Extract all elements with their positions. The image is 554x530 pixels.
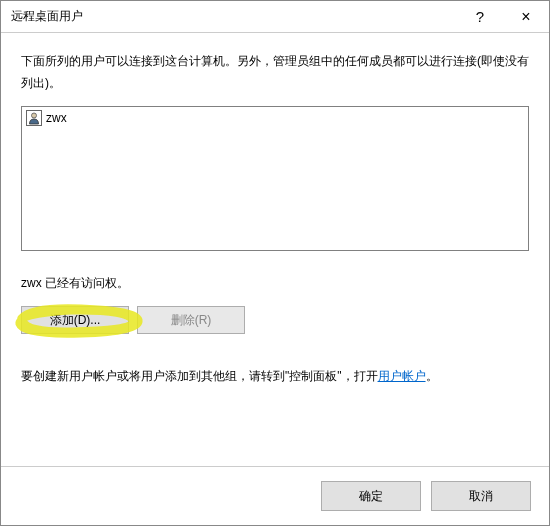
description-text: 下面所列的用户可以连接到这台计算机。另外，管理员组中的任何成员都可以进行连接(即… xyxy=(21,51,529,94)
link-suffix: 。 xyxy=(426,369,438,383)
cancel-button-label: 取消 xyxy=(469,489,493,503)
help-icon: ? xyxy=(476,8,484,25)
users-listbox[interactable]: zwx xyxy=(21,106,529,251)
remove-button-label: 删除(R) xyxy=(171,313,212,327)
window-title: 远程桌面用户 xyxy=(11,8,457,25)
dialog-content: 下面所列的用户可以连接到这台计算机。另外，管理员组中的任何成员都可以进行连接(即… xyxy=(1,33,549,466)
access-status-text: zwx 已经有访问权。 xyxy=(21,275,529,292)
help-text: 要创建新用户帐户或将用户添加到其他组，请转到"控制面板"，打开用户帐户。 xyxy=(21,366,529,388)
remove-button[interactable]: 删除(R) xyxy=(137,306,245,334)
help-button[interactable]: ? xyxy=(457,1,503,33)
list-item[interactable]: zwx xyxy=(24,109,526,127)
dialog-footer: 确定 取消 xyxy=(1,466,549,525)
close-button[interactable]: × xyxy=(503,1,549,33)
remote-desktop-users-dialog: 远程桌面用户 ? × 下面所列的用户可以连接到这台计算机。另外，管理员组中的任何… xyxy=(0,0,550,526)
link-prefix: 要创建新用户帐户或将用户添加到其他组，请转到"控制面板"，打开 xyxy=(21,369,378,383)
user-accounts-link[interactable]: 用户帐户 xyxy=(378,369,426,383)
add-button[interactable]: 添加(D)... xyxy=(21,306,129,334)
close-icon: × xyxy=(521,8,530,26)
svg-point-0 xyxy=(32,113,37,118)
ok-button-label: 确定 xyxy=(359,489,383,503)
ok-button[interactable]: 确定 xyxy=(321,481,421,511)
user-buttons-row: 添加(D)... 删除(R) xyxy=(21,306,529,334)
titlebar: 远程桌面用户 ? × xyxy=(1,1,549,33)
add-button-label: 添加(D)... xyxy=(50,313,101,327)
cancel-button[interactable]: 取消 xyxy=(431,481,531,511)
user-name: zwx xyxy=(46,111,67,125)
user-icon xyxy=(26,110,42,126)
